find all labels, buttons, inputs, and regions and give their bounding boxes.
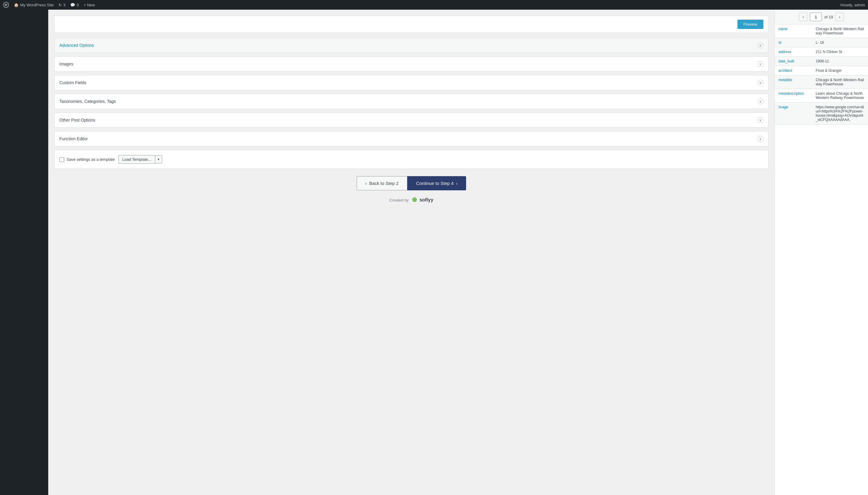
continue-chevron-icon: › bbox=[456, 181, 457, 186]
table-row: metatitle Chicago & North Western Railwa… bbox=[775, 75, 868, 89]
advanced-options-title: Advanced Options bbox=[59, 43, 94, 48]
wp-logo-link[interactable]: W bbox=[3, 2, 9, 8]
images-section: Images ∨ bbox=[54, 56, 768, 71]
template-checkbox-container: Save settings as a template bbox=[59, 157, 115, 162]
table-cell-value: Chicago & North Western Railway Powerhou… bbox=[812, 75, 868, 89]
table-cell-value: L- 16 bbox=[812, 38, 868, 47]
back-label: Back to Step 2 bbox=[369, 181, 399, 186]
table-row: address 211 N Clinton St bbox=[775, 47, 868, 57]
admin-bar: W 🏠 My WordPress Site ↻ 3 💬 0 + New Howd… bbox=[0, 0, 868, 10]
save-template-checkbox[interactable] bbox=[59, 157, 64, 162]
custom-fields-header[interactable]: Custom Fields ∨ bbox=[55, 75, 768, 90]
table-cell-key: architect bbox=[775, 66, 812, 75]
taxonomies-title: Taxonomies, Categories, Tags bbox=[59, 99, 116, 104]
load-template-container: Load Template... ▾ bbox=[119, 155, 162, 164]
function-editor-header[interactable]: Function Editor ∨ bbox=[55, 132, 768, 146]
images-title: Images bbox=[59, 62, 73, 66]
created-by-label: Created by bbox=[390, 198, 409, 202]
comments-icon: 💬 bbox=[70, 3, 75, 7]
site-name-link[interactable]: 🏠 My WordPress Site bbox=[14, 3, 54, 7]
taxonomies-chevron: ∨ bbox=[757, 98, 763, 104]
soflyy-logo: soflyy bbox=[411, 197, 433, 204]
custom-fields-section: Custom Fields ∨ bbox=[54, 75, 768, 90]
nav-buttons: ‹ Back to Step 2 Continue to Step 4 › bbox=[54, 176, 768, 190]
site-name: My WordPress Site bbox=[20, 3, 54, 7]
wordpress-icon: W bbox=[3, 2, 9, 8]
table-row: image https://www.google.com/sa=i&url=ht… bbox=[775, 103, 868, 124]
panel-prev-button[interactable]: ‹ bbox=[799, 13, 808, 21]
other-post-options-title: Other Post Options bbox=[59, 118, 95, 122]
panel-total-pages: of 19 bbox=[824, 15, 833, 19]
table-row: metadescription Learn about Chicago & No… bbox=[775, 89, 868, 103]
comments-count: 0 bbox=[76, 3, 79, 7]
load-template-button[interactable]: Load Template... bbox=[119, 155, 155, 164]
custom-fields-title: Custom Fields bbox=[59, 80, 86, 85]
table-cell-value: 211 N Clinton St bbox=[812, 47, 868, 57]
panel-navigation: ‹ of 19 › bbox=[775, 10, 868, 24]
other-post-options-section: Other Post Options ∨ bbox=[54, 113, 768, 127]
data-table: name Chicago & North Western Railway Pow… bbox=[775, 24, 868, 124]
home-icon: 🏠 bbox=[14, 3, 19, 7]
sidebar bbox=[0, 10, 48, 495]
revisions-count: 3 bbox=[63, 3, 66, 7]
table-cell-value: Chicago & North Western Railway Powerhou… bbox=[812, 24, 868, 38]
created-by-area: Created by soflyy bbox=[54, 197, 768, 204]
advanced-options-section: Advanced Options ∨ bbox=[54, 38, 768, 53]
svg-text:W: W bbox=[4, 3, 7, 7]
back-to-step2-button[interactable]: ‹ Back to Step 2 bbox=[357, 176, 408, 190]
revisions-icon: ↻ bbox=[58, 3, 62, 7]
table-cell-value: https://www.google.com/sa=i&url=https%3A… bbox=[812, 103, 868, 124]
other-post-options-chevron: ∨ bbox=[757, 117, 763, 123]
table-row: name Chicago & North Western Railway Pow… bbox=[775, 24, 868, 38]
right-panel: ‹ of 19 › name Chicago & North Western R… bbox=[775, 10, 868, 495]
table-cell-value: 1909-11 bbox=[812, 57, 868, 66]
comments-link[interactable]: 💬 0 bbox=[70, 3, 79, 7]
function-editor-title: Function Editor bbox=[59, 136, 88, 141]
table-cell-key: metatitle bbox=[775, 75, 812, 89]
table-cell-key: address bbox=[775, 47, 812, 57]
advanced-options-header[interactable]: Advanced Options ∨ bbox=[55, 38, 768, 52]
taxonomies-header[interactable]: Taxonomies, Categories, Tags ∨ bbox=[55, 94, 768, 108]
function-editor-chevron: ∨ bbox=[757, 136, 763, 142]
preview-bar: Preview bbox=[54, 16, 768, 33]
load-template-caret-button[interactable]: ▾ bbox=[155, 155, 162, 164]
bottom-controls: Save settings as a template Load Templat… bbox=[54, 150, 768, 169]
main-content: Preview Advanced Options ∨ Images ∨ Cust… bbox=[48, 10, 775, 495]
table-cell-key: name bbox=[775, 24, 812, 38]
table-cell-value: Frost & Granger bbox=[812, 66, 868, 75]
soflyy-icon bbox=[411, 197, 418, 204]
table-cell-key: image bbox=[775, 103, 812, 124]
preview-button[interactable]: Preview bbox=[738, 20, 763, 29]
continue-label: Continue to Step 4 bbox=[416, 181, 454, 186]
custom-fields-chevron: ∨ bbox=[757, 80, 763, 86]
new-link[interactable]: + New bbox=[84, 3, 95, 7]
table-row: date_built 1909-11 bbox=[775, 57, 868, 66]
other-post-options-header[interactable]: Other Post Options ∨ bbox=[55, 113, 768, 127]
new-label: + New bbox=[84, 3, 95, 7]
svg-marker-3 bbox=[412, 197, 417, 202]
save-template-label[interactable]: Save settings as a template bbox=[67, 157, 115, 162]
table-cell-key: id bbox=[775, 38, 812, 47]
function-editor-section: Function Editor ∨ bbox=[54, 131, 768, 146]
table-row: architect Frost & Granger bbox=[775, 66, 868, 75]
back-chevron-icon: ‹ bbox=[366, 181, 367, 186]
images-header[interactable]: Images ∨ bbox=[55, 57, 768, 71]
continue-to-step4-button[interactable]: Continue to Step 4 › bbox=[407, 176, 466, 190]
table-row: id L- 16 bbox=[775, 38, 868, 47]
table-cell-key: metadescription bbox=[775, 89, 812, 103]
images-chevron: ∨ bbox=[757, 61, 763, 67]
table-cell-key: date_built bbox=[775, 57, 812, 66]
advanced-options-chevron: ∨ bbox=[757, 42, 763, 48]
table-cell-value: Learn about Chicago & North Western Rail… bbox=[812, 89, 868, 103]
panel-page-input[interactable] bbox=[810, 13, 822, 21]
panel-next-button[interactable]: › bbox=[835, 13, 844, 21]
taxonomies-section: Taxonomies, Categories, Tags ∨ bbox=[54, 94, 768, 109]
howdy-text: Howdy, admin bbox=[840, 3, 865, 7]
revisions-link[interactable]: ↻ 3 bbox=[58, 3, 66, 7]
brand-name: soflyy bbox=[419, 197, 433, 203]
